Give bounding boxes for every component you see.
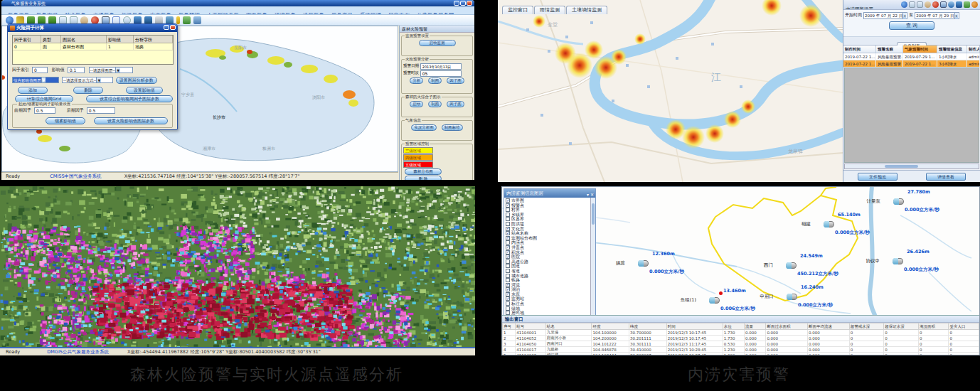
col-header[interactable]: 超保证水深 (884, 323, 919, 330)
warning-level-item[interactable]: 三级区域 (403, 147, 433, 154)
layer-checkbox[interactable] (506, 259, 510, 264)
table-row[interactable]: 0 面 森林分布图 1 地类 (13, 43, 173, 50)
minimize-icon[interactable] (454, 1, 459, 6)
factor-table[interactable]: 因子索引 类型 图层名 影响值 分析字段 0 面 森林分布图 1 地类 (12, 35, 174, 65)
layer-checkbox[interactable] (506, 240, 510, 245)
station-gauge-icon[interactable] (709, 297, 720, 304)
layer-checkbox[interactable] (506, 250, 510, 255)
status-system-link[interactable]: CMISS中国气象业务系统 (50, 173, 101, 179)
warning-date-input[interactable]: 2013年10月13日 (420, 63, 462, 70)
layer-item[interactable]: 防洪堤 (506, 222, 590, 227)
layer-item[interactable]: 报警点 (506, 203, 590, 208)
status-system-link[interactable]: DMGIS公共气象服务业务系统 (47, 349, 109, 355)
col-header[interactable]: 淹没面积 (918, 323, 949, 330)
toolbar-icon[interactable] (183, 16, 191, 24)
warning-row[interactable]: 2019-07-22 1... 风险暴雨预警 2019-07-22 1... 3… (843, 60, 980, 68)
chevron-down-icon[interactable]: ▼ (115, 68, 120, 73)
forest-map-button[interactable]: 森林分布图 (405, 168, 442, 175)
layer-checkbox[interactable] (506, 213, 510, 217)
col-header[interactable]: 断面过水面积 (766, 323, 808, 330)
panel-toolbar-icon[interactable] (909, 1, 915, 8)
delete-button[interactable]: 删 除 (405, 176, 442, 180)
layer-item[interactable]: 绿地 (506, 306, 590, 311)
layer-checkbox[interactable] (506, 217, 510, 221)
layer-checkbox[interactable] (506, 198, 510, 203)
layer-item[interactable]: 医院 (506, 255, 590, 259)
layer-item[interactable]: 区县界 (506, 217, 590, 222)
layer-checkbox[interactable] (506, 236, 510, 240)
close-icon[interactable]: ✕ (590, 192, 594, 197)
smoke-influence-button[interactable]: 烟雾影响值 (46, 117, 85, 124)
col-header[interactable]: 受灾人口 (949, 323, 979, 330)
warning-level-item[interactable]: 五级区域 (403, 161, 433, 168)
influence-layer-select[interactable]: 综合影响值图层▼ (12, 77, 59, 83)
layer-item[interactable]: 国道 (506, 264, 590, 269)
layer-checkbox[interactable] (506, 255, 510, 259)
set-grid-params-button[interactable]: 设置综合影响格网因子图层参数 (86, 95, 173, 102)
layer-checkbox[interactable] (506, 208, 510, 212)
station-gauge-icon[interactable] (893, 198, 904, 205)
panel-toolbar-icon[interactable] (948, 1, 954, 8)
panel-toolbar-icon[interactable] (971, 1, 978, 8)
map-tab[interactable]: 土壤墒情监测 (566, 6, 607, 14)
table-row[interactable]: 341104050西南河口104.101222 30.3011112019/12… (503, 341, 979, 347)
col-header[interactable]: 流量 (745, 323, 766, 330)
window-titlebar[interactable]: 气象服务业务系统 (1, 0, 474, 6)
query-button[interactable]: 查 询 (889, 21, 934, 30)
map-tab[interactable]: 雨情监测 (534, 6, 565, 14)
collapse-icon[interactable]: ▾ (587, 192, 589, 197)
layer-checkbox[interactable] (506, 227, 510, 231)
warning-time-input[interactable]: 05 (420, 70, 462, 77)
add-button[interactable]: 添加 (18, 87, 48, 94)
panel-toolbar-icon[interactable] (925, 1, 931, 8)
layer-item[interactable]: 监测站 (506, 296, 590, 301)
col-header[interactable]: 断面平均流速 (808, 323, 850, 330)
chart-button[interactable]: 制图 (428, 101, 442, 107)
spinner-icon[interactable]: ▾ (954, 13, 958, 19)
chart-button[interactable]: 制图 (428, 77, 442, 84)
post-factor-input[interactable]: 0.5 (87, 107, 115, 114)
chevron-down-icon[interactable]: ▼ (96, 77, 101, 83)
file-preview-button[interactable]: 文件预览 (858, 173, 898, 181)
start-monitor-button[interactable]: 启动监测 (419, 40, 456, 46)
panel-toolbar-icon[interactable] (917, 1, 923, 8)
layer-item[interactable]: 河流 (506, 283, 590, 288)
table-row[interactable]: 441104017九眼桥104.846878 30.4100002019/12/… (503, 347, 979, 353)
panel-toolbar-icon[interactable] (940, 1, 947, 8)
set-influence-button[interactable]: 设置影响值 (126, 87, 163, 94)
layer-checkbox[interactable] (506, 301, 510, 306)
col-header[interactable]: 时间 (666, 323, 723, 330)
spinner-icon[interactable]: ▾ (902, 13, 906, 19)
factor-chart-button[interactable]: 因子图 (447, 101, 464, 107)
station-gauge-icon[interactable] (787, 294, 797, 300)
dialog-minimize-icon[interactable] (164, 25, 169, 30)
layer-item[interactable]: 标注点 (506, 301, 590, 306)
date-from-input[interactable]: 2009 年 07 月 22 日▾ (863, 12, 908, 19)
detail-view-button[interactable]: 详情查看 (926, 173, 966, 181)
toolbar-icon[interactable] (193, 16, 201, 24)
layer-item[interactable]: 井盖点 (506, 245, 590, 250)
col-header[interactable]: 站号 (516, 323, 546, 330)
col-header[interactable]: 超警戒水深 (849, 323, 884, 330)
set-layer-params-button[interactable]: 设置图层分析参数 (116, 77, 157, 84)
plot-annotate-button[interactable]: 制图标绘 (442, 124, 463, 131)
layer-item[interactable]: 市界图 (506, 198, 590, 203)
influence-input[interactable]: 0.1 (68, 67, 85, 73)
analyze-button[interactable]: 分析 (410, 77, 423, 84)
layer-checkbox[interactable] (506, 306, 510, 311)
delete-button[interactable]: 删除 (73, 87, 103, 94)
display-mode-select[interactable]: --请选择显示方式--▼ (62, 77, 113, 83)
table-row[interactable]: 241104052府南河小桥104.200000 30.2011112019/1… (503, 336, 979, 341)
chevron-down-icon[interactable]: ▼ (41, 77, 46, 83)
layer-item[interactable]: 居民地 (506, 311, 590, 315)
panel-toolbar-icon[interactable] (932, 1, 939, 8)
pre-factor-input[interactable]: 0.5 (34, 107, 55, 114)
station-gauge-icon[interactable] (786, 262, 797, 269)
station-data-table[interactable]: 序号站号站名经度纬度时间水位流量断面过水面积断面平均流速超警戒水深超保证水深淹没… (502, 323, 979, 355)
factor-chart-button[interactable]: 因子图 (447, 77, 464, 84)
dialog-titlebar[interactable]: 火险因子计算 (8, 24, 177, 32)
layer-select[interactable]: --请选择图层--▼ (89, 67, 133, 73)
layer-item[interactable]: 站点名称 (506, 231, 590, 236)
live-analysis-button[interactable]: 实况分析图 (411, 124, 437, 131)
layer-checkbox[interactable] (506, 231, 510, 235)
